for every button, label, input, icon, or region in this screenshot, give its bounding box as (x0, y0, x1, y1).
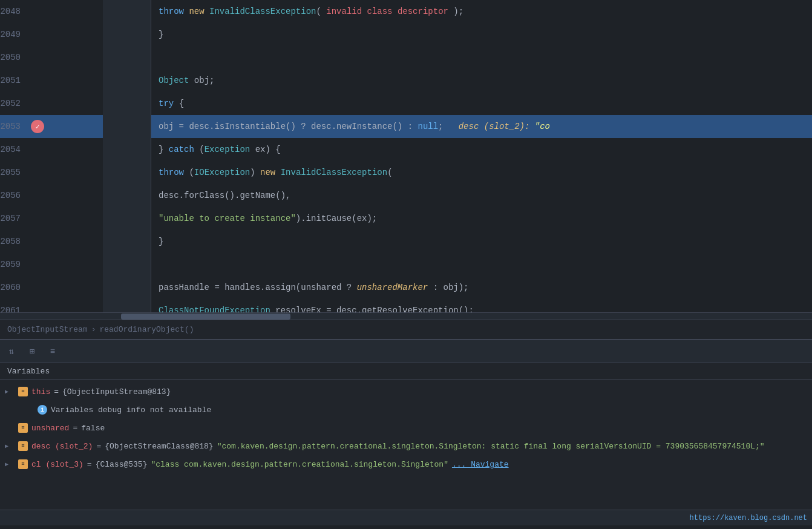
line-content: try { (151, 92, 812, 115)
line-number: 2060 (0, 283, 30, 292)
code-lines: 2048throw new InvalidClassException( inv… (0, 0, 812, 312)
var-extra: "com.kaven.design.pattern.creational.sin… (217, 442, 765, 451)
code-line-2052[interactable]: 2052try { (0, 92, 812, 115)
code-line-2056[interactable]: 2056desc.forClass().getName(), (0, 184, 812, 207)
status-url[interactable]: https://kaven.blog.csdn.net (690, 514, 807, 522)
line-gutter: 2058 (0, 237, 103, 246)
line-content: } catch (Exception ex) { (151, 138, 812, 161)
code-line-2048[interactable]: 2048throw new InvalidClassException( inv… (0, 0, 812, 23)
scrollbar-thumb[interactable] (121, 314, 290, 320)
code-line-2061[interactable]: 2061ClassNotFoundException resolveEx = d… (0, 299, 812, 312)
line-number: 2054 (0, 145, 30, 154)
variable-row-3[interactable]: ▶≡desc (slot_2) = {ObjectStreamClass@818… (0, 437, 812, 455)
line-gutter: 2060 (0, 283, 103, 292)
line-number: 2059 (0, 260, 30, 269)
toolbar-icon-1[interactable]: ⇅ (5, 345, 18, 358)
line-gutter: 2052 (0, 99, 103, 108)
var-eq: = (87, 460, 92, 469)
line-number: 2053 (0, 122, 30, 131)
line-gutter: 2055 (0, 168, 103, 177)
var-value: {Class@535} (96, 460, 148, 469)
toolbar-icon-3[interactable]: ≡ (46, 345, 59, 358)
code-line-2058[interactable]: 2058} (0, 230, 812, 253)
indent-block (103, 299, 151, 312)
indent-block (103, 161, 151, 184)
var-value: {ObjectInputStream@813} (62, 387, 171, 396)
panel-title: Variables (0, 363, 812, 380)
var-icon-orange: ≡ (18, 387, 28, 396)
line-gutter: 2057 (0, 214, 103, 223)
breakpoint-check: ✓ (36, 123, 40, 131)
breadcrumb: ObjectInputStream › readOrdinaryObject() (0, 320, 812, 339)
line-gutter: 2059 (0, 260, 103, 269)
breadcrumb-class[interactable]: ObjectInputStream (7, 325, 88, 334)
toolbar-icon-2[interactable]: ⊞ (25, 345, 39, 358)
line-number: 2051 (0, 76, 30, 85)
code-line-2051[interactable]: 2051Object obj; (0, 69, 812, 92)
line-number: 2052 (0, 99, 30, 108)
indent-block (103, 23, 151, 46)
breadcrumb-method[interactable]: readOrdinaryObject() (99, 325, 194, 334)
line-gutter: 2050 (0, 53, 103, 62)
code-line-2053[interactable]: 2053✓obj = desc.isInstantiable() ? desc.… (0, 115, 812, 138)
line-content: passHandle = handles.assign(unshared ? u… (151, 276, 812, 299)
indent-block (103, 138, 151, 161)
code-line-2054[interactable]: 2054} catch (Exception ex) { (0, 138, 812, 161)
expand-arrow[interactable]: ▶ (5, 442, 15, 450)
line-gutter: 2048 (0, 7, 103, 16)
var-name: cl (slot_3) (31, 460, 83, 469)
variable-row-2[interactable]: ≡unshared = false (0, 419, 812, 437)
indent-block (103, 46, 151, 69)
var-eq: = (96, 442, 101, 451)
indent-block (103, 230, 151, 253)
var-value: false (81, 424, 105, 433)
line-gutter: 2056 (0, 191, 103, 200)
line-gutter: 2053✓ (0, 120, 103, 133)
line-content: desc.forClass().getName(), (151, 184, 812, 207)
scrollbar-area[interactable] (0, 312, 812, 320)
line-number: 2050 (0, 53, 30, 62)
code-line-2049[interactable]: 2049} (0, 23, 812, 46)
code-container[interactable]: 2048throw new InvalidClassException( inv… (0, 0, 812, 312)
line-number: 2055 (0, 168, 30, 177)
breadcrumb-separator: › (91, 325, 96, 334)
indent-block (103, 69, 151, 92)
variables-list: ▶≡this = {ObjectInputStream@813}iVariabl… (0, 380, 812, 510)
line-number: 2049 (0, 30, 30, 39)
line-number: 2048 (0, 7, 30, 16)
indent-block (103, 276, 151, 299)
indent-block (103, 115, 151, 138)
var-name: unshared (31, 424, 69, 433)
code-line-2055[interactable]: 2055throw (IOException) new InvalidClass… (0, 161, 812, 184)
line-content: throw new InvalidClassException( invalid… (151, 0, 812, 23)
expand-arrow[interactable]: ▶ (5, 461, 15, 468)
line-content: ClassNotFoundException resolveEx = desc.… (151, 299, 812, 312)
navigate-link[interactable]: ... Navigate (452, 460, 509, 469)
var-icon-orange: ≡ (18, 423, 28, 433)
variable-row-0[interactable]: ▶≡this = {ObjectInputStream@813} (0, 383, 812, 401)
expand-arrow[interactable]: ▶ (5, 388, 15, 395)
var-extra: "class com.kaven.design.pattern.creation… (151, 460, 448, 469)
line-content: obj = desc.isInstantiable() ? desc.newIn… (151, 115, 812, 138)
breakpoint-icon[interactable]: ✓ (31, 120, 44, 133)
variable-row-1[interactable]: iVariables debug info not available (0, 401, 812, 419)
var-icon-orange: ≡ (18, 441, 28, 451)
variable-row-4[interactable]: ▶≡cl (slot_3) = {Class@535} "class com.k… (0, 455, 812, 473)
var-name: desc (slot_2) (31, 442, 93, 451)
line-content: throw (IOException) new InvalidClassExce… (151, 161, 812, 184)
var-eq: = (73, 424, 77, 433)
var-info-message: Variables debug info not available (51, 406, 211, 415)
code-line-2060[interactable]: 2060passHandle = handles.assign(unshared… (0, 276, 812, 299)
indent-block (103, 0, 151, 23)
line-content: } (151, 23, 812, 46)
var-name: this (31, 387, 50, 396)
line-number: 2061 (0, 306, 30, 312)
bottom-panel: ⇅ ⊞ ≡ Variables ▶≡this = {ObjectInputStr… (0, 339, 812, 510)
var-value: {ObjectStreamClass@818} (105, 442, 213, 451)
line-gutter: 2061 (0, 306, 103, 312)
line-gutter: 2049 (0, 30, 103, 39)
code-line-2057[interactable]: 2057"unable to create instance").initCau… (0, 207, 812, 230)
code-line-2050[interactable]: 2050 (0, 46, 812, 69)
line-gutter: 2051 (0, 76, 103, 85)
code-line-2059[interactable]: 2059 (0, 253, 812, 276)
